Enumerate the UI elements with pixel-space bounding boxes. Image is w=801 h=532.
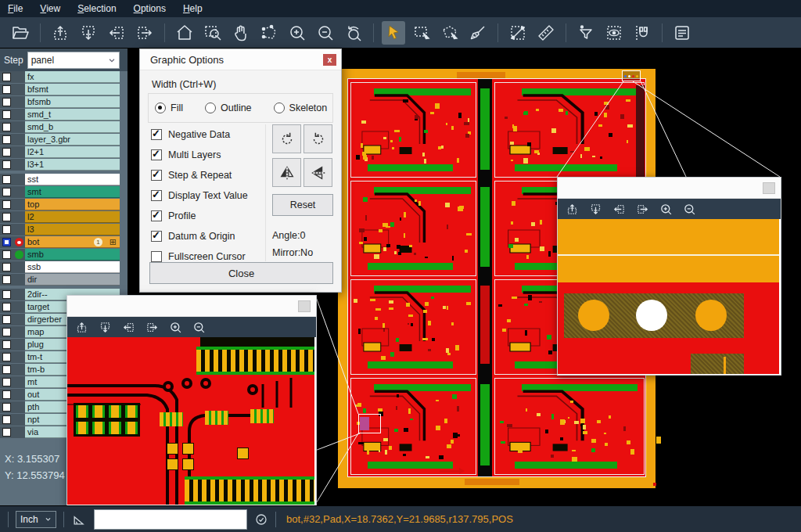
select-polygon-icon[interactable] <box>438 21 462 45</box>
checkbox-negative-data[interactable]: Negative Data <box>151 124 248 145</box>
flip-up-icon[interactable] <box>566 203 579 216</box>
flip-down-icon[interactable] <box>99 321 112 334</box>
layer-row-l3+1[interactable]: l3+1 <box>0 159 128 171</box>
layer-checkbox[interactable] <box>2 98 11 106</box>
flip-down-icon[interactable] <box>77 21 100 45</box>
menu-selection[interactable]: Selection <box>77 3 116 14</box>
layer-checkbox[interactable] <box>2 340 11 349</box>
apply-check-icon[interactable] <box>254 512 268 527</box>
layer-checkbox[interactable] <box>2 290 11 299</box>
zoom-out-icon[interactable] <box>192 321 206 334</box>
magnifier-2-titlebar[interactable] <box>558 178 781 199</box>
rotate-cw-button[interactable] <box>272 124 301 153</box>
checkbox-display-text-value[interactable]: Display Text Value <box>151 185 248 206</box>
flip-up-icon[interactable] <box>75 321 88 334</box>
layer-row-l2[interactable]: l2 <box>0 211 128 223</box>
zoom-in-icon[interactable] <box>169 321 182 334</box>
mirror-horizontal-button[interactable] <box>272 158 301 187</box>
layer-row-bfsmb[interactable]: bfsmb <box>0 96 128 108</box>
layers-panel-icon[interactable] <box>670 21 694 45</box>
layer-checkbox[interactable] <box>2 390 11 399</box>
window-button-icon[interactable] <box>763 182 775 194</box>
layer-checkbox[interactable] <box>2 110 11 119</box>
layer-checkbox[interactable] <box>2 148 11 156</box>
layer-checkbox[interactable] <box>2 135 11 144</box>
reset-button[interactable]: Reset <box>272 194 333 216</box>
radio-fill[interactable]: Fill <box>155 102 183 113</box>
flip-left-icon[interactable] <box>122 321 135 334</box>
magnifier-1-titlebar[interactable] <box>67 296 316 317</box>
layer-checkbox[interactable] <box>2 188 11 196</box>
mirror-vertical-button[interactable] <box>304 158 332 187</box>
zoom-out-icon[interactable] <box>314 21 337 45</box>
layer-checkbox[interactable] <box>2 303 11 311</box>
magnifier-window-2[interactable] <box>557 177 781 376</box>
layer-checkbox[interactable] <box>2 275 11 284</box>
close-button[interactable]: Close <box>149 262 333 284</box>
home-icon[interactable] <box>173 21 196 45</box>
layer-row-ssb[interactable]: ssb <box>0 261 128 273</box>
zoom-object-icon[interactable] <box>257 21 281 45</box>
layer-checkbox[interactable] <box>2 428 11 437</box>
layer-checkbox[interactable] <box>2 160 11 169</box>
radio-outline[interactable]: Outline <box>205 102 252 113</box>
flip-up-icon[interactable] <box>48 21 72 45</box>
select-cursor-icon[interactable] <box>382 21 405 45</box>
layer-row-top[interactable]: top <box>0 199 128 210</box>
layer-checkbox[interactable] <box>2 238 11 246</box>
layer-row-l3[interactable]: l3 <box>0 224 128 235</box>
layer-row-sst[interactable]: sst <box>0 174 128 185</box>
radio-skeleton[interactable]: Skeleton <box>274 102 328 113</box>
zoom-in-icon[interactable] <box>659 203 673 216</box>
menu-file[interactable]: File <box>8 3 23 14</box>
zoom-previous-icon[interactable] <box>342 21 365 45</box>
rotate-ccw-button[interactable] <box>304 124 332 153</box>
pan-hand-icon[interactable] <box>229 21 253 45</box>
checkbox-step-repeat[interactable]: Step & Repeat <box>151 165 248 185</box>
magnifier-window-1[interactable] <box>66 295 317 506</box>
dialog-close-button[interactable]: x <box>323 54 336 66</box>
layer-row-smd_t[interactable]: smd_t <box>0 109 128 120</box>
zoom-window-icon[interactable] <box>201 21 224 45</box>
filter-icon[interactable] <box>574 21 598 45</box>
layer-row-fx[interactable]: fx <box>0 71 128 83</box>
layer-checkbox[interactable] <box>2 365 11 374</box>
layer-checkbox[interactable] <box>2 225 11 234</box>
checkbox-profile[interactable]: Profile <box>151 206 248 226</box>
layer-row-smb[interactable]: smb <box>0 249 128 261</box>
unit-select[interactable]: Inch <box>16 511 56 528</box>
menu-view[interactable]: View <box>40 3 60 14</box>
layer-checkbox[interactable] <box>2 250 11 259</box>
checkbox-datum-origin[interactable]: Datum & Origin <box>151 226 248 246</box>
command-input[interactable] <box>94 509 247 530</box>
measure-line-icon[interactable] <box>506 21 530 45</box>
flip-down-icon[interactable] <box>589 203 602 216</box>
zoom-in-icon[interactable] <box>286 21 309 45</box>
layer-checkbox[interactable] <box>2 378 11 386</box>
flip-right-icon[interactable] <box>145 321 159 334</box>
dialog-title[interactable]: Graphic Options <box>140 49 341 70</box>
measure-ruler-icon[interactable] <box>534 21 558 45</box>
snap-magnet-icon[interactable] <box>630 21 654 45</box>
clear-brush-icon[interactable] <box>466 21 490 45</box>
zoom-out-icon[interactable] <box>683 203 696 216</box>
flip-right-icon[interactable] <box>133 21 156 45</box>
layer-row-dir[interactable]: dir <box>0 274 128 286</box>
layer-row-l2+1[interactable]: l2+1 <box>0 146 128 158</box>
layer-checkbox[interactable] <box>2 328 11 336</box>
layer-checkbox[interactable] <box>2 263 11 271</box>
layer-row-smd_b[interactable]: smd_b <box>0 121 128 133</box>
layer-checkbox[interactable] <box>2 123 11 131</box>
layer-checkbox[interactable] <box>2 175 11 184</box>
layer-checkbox[interactable] <box>2 85 11 94</box>
layer-row-bot[interactable]: bot1⊞ <box>0 236 128 248</box>
layer-row-smt[interactable]: smt <box>0 186 128 198</box>
layer-checkbox[interactable] <box>2 200 11 209</box>
open-folder-icon[interactable] <box>9 21 32 45</box>
flip-left-icon[interactable] <box>105 21 128 45</box>
layer-row-layer_3.gbr[interactable]: layer_3.gbr <box>0 134 128 146</box>
layer-checkbox[interactable] <box>2 353 11 361</box>
window-button-icon[interactable] <box>298 300 311 312</box>
layer-checkbox[interactable] <box>2 73 11 81</box>
menu-help[interactable]: Help <box>183 3 203 14</box>
